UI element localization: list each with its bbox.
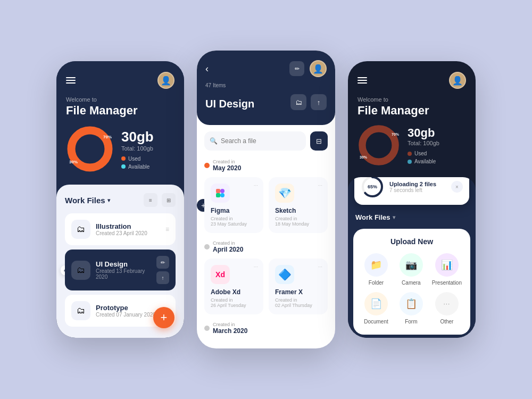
search-input[interactable] — [221, 137, 301, 145]
progress-pct: 65% — [368, 184, 377, 189]
legend-avail-s3: Available — [408, 159, 439, 164]
storage-pie-chart: 70% 30% — [66, 125, 114, 173]
folder-label: Folder — [369, 280, 384, 286]
framerx-icon: 🔷 — [275, 265, 294, 284]
dropdown-arrow-icon: ▾ — [107, 197, 110, 203]
pie-avail-s3: 30% — [360, 155, 367, 159]
legend-used-dot — [121, 156, 126, 161]
folder-icon: 🗂 — [71, 220, 90, 239]
folder-action-icon[interactable]: 🗂 — [290, 94, 306, 110]
figma-meta: 23 May Saturday — [211, 221, 257, 227]
folder-items-count: 47 Items — [205, 82, 327, 88]
file-name: Illustration — [96, 222, 160, 230]
upload-new-card: Upload New 📁 Folder 📷 Camera 📊 — [353, 229, 470, 335]
presentation-upload-icon: 📊 — [435, 253, 459, 277]
framerx-name: Framer X — [275, 288, 321, 296]
section-title: Work Files ▾ — [65, 196, 110, 205]
close-upload-button[interactable]: × — [451, 181, 463, 193]
avatar-screen2[interactable]: 👤 — [310, 60, 327, 77]
grid-view-btn[interactable]: ⊞ — [162, 193, 176, 207]
folder-name: UI Design — [205, 98, 254, 110]
pie-used-s3: 70% — [392, 132, 399, 136]
date-dot-gray-march — [204, 326, 210, 331]
date-may: May 2020 — [213, 164, 241, 172]
progress-circle: 65% — [361, 177, 384, 198]
welcome-text: Welcome to — [66, 96, 174, 103]
upload-grid: 📁 Folder 📷 Camera 📊 Presentation — [362, 253, 462, 325]
legend-used-s3: Used — [408, 151, 439, 156]
avatar[interactable]: 👤 — [157, 72, 174, 89]
framerx-meta: 02 April Thursday — [275, 303, 321, 308]
edit-icon[interactable]: ✏ — [156, 256, 169, 269]
sketch-icon: 💎 — [275, 184, 294, 203]
figma-meta-label: Created in — [211, 216, 257, 221]
adobexd-icon: Xd — [211, 265, 230, 284]
list-view-btn[interactable]: ≡ — [144, 193, 157, 207]
sketch-name: Sketch — [275, 207, 321, 214]
date-march: March 2020 — [213, 327, 247, 335]
file-menu-dots[interactable]: ··· — [254, 182, 258, 188]
date-april: April 2020 — [213, 246, 243, 253]
fab-add-button[interactable]: + — [153, 307, 174, 328]
pie-avail-label: 30% — [69, 160, 78, 164]
search-bar[interactable]: 🔍 — [204, 131, 306, 151]
created-in-label: Created in — [213, 159, 241, 164]
adobexd-menu-dots[interactable]: ··· — [254, 264, 258, 270]
share-action-icon[interactable]: ↑ — [311, 94, 327, 110]
hamburger-menu[interactable] — [66, 77, 76, 84]
hamburger-menu-s3[interactable] — [358, 77, 367, 84]
upload-item-presentation[interactable]: 📊 Presentation — [432, 253, 462, 286]
date-group-april: Created in April 2020 ··· Xd Adobe Xd Cr… — [204, 240, 328, 314]
grid-file-adobexd[interactable]: ··· Xd Adobe Xd Created in 26 April Tues… — [204, 259, 263, 314]
screen1-bottom: Work Files ▾ ≡ ⊞ 🗂 Illustration Created … — [56, 185, 184, 338]
grid-file-figma[interactable]: ··· Figma Created in — [204, 177, 263, 233]
presentation-label: Presentation — [432, 280, 462, 286]
form-label: Form — [405, 319, 417, 325]
avatar-screen3[interactable]: 👤 — [449, 72, 466, 89]
filter-button[interactable]: ⊟ — [310, 131, 328, 151]
screen2-content: 🔍 ⊟ Created in May 2020 + — [197, 125, 335, 348]
back-button[interactable]: ‹ — [205, 63, 209, 74]
upload-item-folder[interactable]: 📁 Folder — [362, 253, 390, 286]
svg-point-2 — [77, 136, 103, 162]
upload-item-document[interactable]: 📄 Document — [362, 292, 390, 325]
file-card-illustration[interactable]: 🗂 Illustration Created 23 April 2020 ≡ — [65, 213, 176, 245]
camera-label: Camera — [402, 280, 421, 286]
date-group-march: Created in March 2020 — [204, 322, 328, 335]
svg-rect-5 — [216, 193, 220, 197]
screen3-bottom: 65% Uploading 2 files 7 seconds left × W… — [348, 177, 476, 338]
date-dot-orange — [204, 163, 210, 168]
upload-subtitle: 7 seconds left — [389, 187, 446, 193]
storage-total: Total: 100gb — [121, 145, 154, 152]
file-name-active: UI Design — [96, 260, 151, 268]
upload-item-other[interactable]: ··· Other — [432, 292, 462, 325]
share-icon[interactable]: ↑ — [156, 271, 169, 284]
adobexd-meta: 26 April Tuesday — [211, 303, 257, 308]
other-label: Other — [440, 319, 453, 325]
phone-screen3: 👤 Welcome to File Manager 70% 30% 30gb T… — [348, 61, 476, 338]
edit-button[interactable]: ✏ — [289, 61, 304, 76]
file-menu-icon[interactable]: ≡ — [165, 226, 169, 233]
document-upload-icon: 📄 — [364, 292, 388, 315]
upload-item-form[interactable]: 📋 Form — [397, 292, 426, 325]
wf-header: Work Files ▾ — [348, 205, 476, 226]
wf-dropdown-icon: ▾ — [393, 214, 395, 220]
storage-total-s3: Total: 100gb — [408, 140, 439, 146]
grid-file-framerx[interactable]: ··· 🔷 Framer X Created in 02 April Thurs… — [269, 259, 328, 314]
storage-pie-s3: 70% 30% — [358, 124, 400, 167]
folder-icon-prototype: 🗂 — [71, 301, 90, 320]
storage-info: 30gb Total: 100gb Used Available — [121, 129, 154, 170]
grid-file-sketch[interactable]: ··· 💎 Sketch Created in 18 May Monday — [269, 177, 328, 233]
upload-item-camera[interactable]: 📷 Camera — [397, 253, 426, 286]
file-card-uidesign[interactable]: 🗂 UI Design Created 13 February 2020 ✏ ↑ — [65, 250, 176, 290]
folder-icon-active: 🗂 — [71, 261, 90, 280]
sketch-menu-dots[interactable]: ··· — [318, 182, 322, 188]
upload-title: Uploading 2 files — [389, 181, 446, 187]
form-upload-icon: 📋 — [400, 292, 423, 315]
svg-point-6 — [220, 193, 225, 197]
date-dot-gray-april — [204, 244, 210, 250]
framerx-menu-dots[interactable]: ··· — [318, 264, 322, 270]
folder-upload-icon: 📁 — [364, 253, 388, 277]
legend-used: Used — [121, 156, 154, 162]
app-title: File Manager — [66, 104, 174, 118]
